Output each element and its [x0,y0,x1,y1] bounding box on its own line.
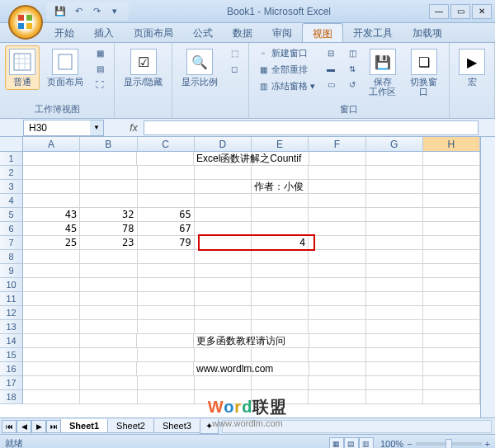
cell-F15[interactable] [309,348,365,362]
cell-E2[interactable] [252,166,309,180]
cell-D2[interactable] [195,166,252,180]
cell-A5[interactable]: 43 [23,208,80,222]
cell-C11[interactable] [138,292,195,306]
cell-E7[interactable]: 4 [252,236,309,250]
col-header-f[interactable]: F [309,137,365,152]
zoom-level[interactable]: 100% [380,439,403,449]
cell-A16[interactable] [23,362,80,376]
cell-H16[interactable] [423,362,480,376]
cell-F8[interactable] [309,250,365,264]
insert-function-button[interactable]: fx [124,122,144,134]
row-header-15[interactable]: 15 [0,348,23,362]
cell-E6[interactable] [252,222,309,236]
cell-grid[interactable]: Excel函数讲解之Countif作者：小俊433265457867252379… [23,152,480,417]
cell-D18[interactable] [195,390,252,404]
cell-E5[interactable] [252,208,309,222]
cell-G4[interactable] [366,194,423,208]
cell-B13[interactable] [80,320,137,334]
last-sheet-button[interactable]: ⏭ [46,420,61,433]
tab-insert[interactable]: 插入 [84,23,124,42]
cell-G11[interactable] [366,292,423,306]
cell-F7[interactable] [309,236,365,250]
cell-A6[interactable]: 45 [23,222,80,236]
cell-E1[interactable] [252,152,309,166]
cell-F16[interactable] [309,362,366,376]
cell-H2[interactable] [423,166,480,180]
cell-E16[interactable] [252,362,309,376]
cell-E10[interactable] [252,278,309,292]
col-header-c[interactable]: C [138,137,195,152]
prev-sheet-button[interactable]: ◀ [16,420,31,433]
cell-H5[interactable] [423,208,480,222]
save-workspace-button[interactable]: 💾 保存 工作区 [365,45,400,100]
tab-formulas[interactable]: 公式 [183,23,223,42]
cell-H7[interactable] [423,236,480,250]
cell-B8[interactable] [80,250,137,264]
name-box[interactable]: H30 [24,120,90,135]
cell-G18[interactable] [366,390,423,404]
horizontal-scrollbar[interactable] [222,420,492,433]
unhide-button[interactable]: ▭ [322,77,340,92]
zoom-selection-button[interactable]: ◻ [225,61,243,76]
fullscreen-button[interactable]: ⛶ [91,77,109,92]
cell-E13[interactable] [252,320,309,334]
cell-G15[interactable] [366,348,423,362]
cell-H11[interactable] [423,292,480,306]
cell-G2[interactable] [366,166,423,180]
cell-H10[interactable] [423,278,480,292]
row-header-3[interactable]: 3 [0,180,23,194]
cell-C7[interactable]: 79 [138,236,195,250]
cell-H1[interactable] [423,152,480,166]
col-header-a[interactable]: A [23,137,80,152]
cell-D1[interactable]: Excel函数讲解之Countif [194,152,252,166]
row-header-11[interactable]: 11 [0,292,23,306]
cell-A3[interactable] [23,180,80,194]
cell-D6[interactable] [195,222,252,236]
cell-A11[interactable] [23,292,80,306]
cell-B3[interactable] [80,180,137,194]
cell-B18[interactable] [80,390,137,404]
cell-B4[interactable] [80,194,137,208]
cell-C4[interactable] [138,194,195,208]
pagebreak-preview-button[interactable]: ▦ [91,45,109,60]
cell-G10[interactable] [366,278,423,292]
hide-button[interactable]: ▬ [322,61,340,76]
cell-F9[interactable] [309,264,365,278]
col-header-g[interactable]: G [366,137,423,152]
cell-H3[interactable] [423,180,480,194]
cell-D10[interactable] [195,278,252,292]
cell-F1[interactable] [309,152,366,166]
cell-D8[interactable] [195,250,252,264]
row-header-16[interactable]: 16 [0,362,23,376]
row-header-6[interactable]: 6 [0,222,23,236]
new-sheet-button[interactable]: ✦ [200,419,219,434]
redo-icon[interactable]: ↷ [89,4,104,19]
maximize-button[interactable]: ▭ [450,4,470,19]
cell-C13[interactable] [138,320,195,334]
cell-G14[interactable] [366,334,423,348]
name-box-dropdown[interactable]: ▼ [90,120,103,135]
row-header-5[interactable]: 5 [0,208,23,222]
arrange-all-button[interactable]: ▦全部重排 [254,62,318,78]
col-header-e[interactable]: E [252,137,309,152]
cell-E18[interactable] [252,390,309,404]
cell-F13[interactable] [309,320,365,334]
cell-H6[interactable] [423,222,480,236]
col-header-d[interactable]: D [195,137,252,152]
row-header-14[interactable]: 14 [0,334,23,348]
cell-A8[interactable] [23,250,80,264]
office-button[interactable] [8,5,43,40]
cell-F3[interactable] [309,180,365,194]
minimize-button[interactable]: — [429,4,449,19]
custom-views-button[interactable]: ▤ [91,61,109,76]
select-all-corner[interactable] [0,137,23,152]
cell-D11[interactable] [195,292,252,306]
sheet-tab-2[interactable]: Sheet2 [107,419,154,433]
pagebreak-shortcut[interactable]: ▥ [359,437,374,449]
cell-A13[interactable] [23,320,80,334]
undo-icon[interactable]: ↶ [71,4,86,19]
col-header-h[interactable]: H [423,137,480,152]
sync-scroll-button[interactable]: ⇅ [343,61,361,76]
cell-C10[interactable] [138,278,195,292]
cell-D9[interactable] [195,264,252,278]
